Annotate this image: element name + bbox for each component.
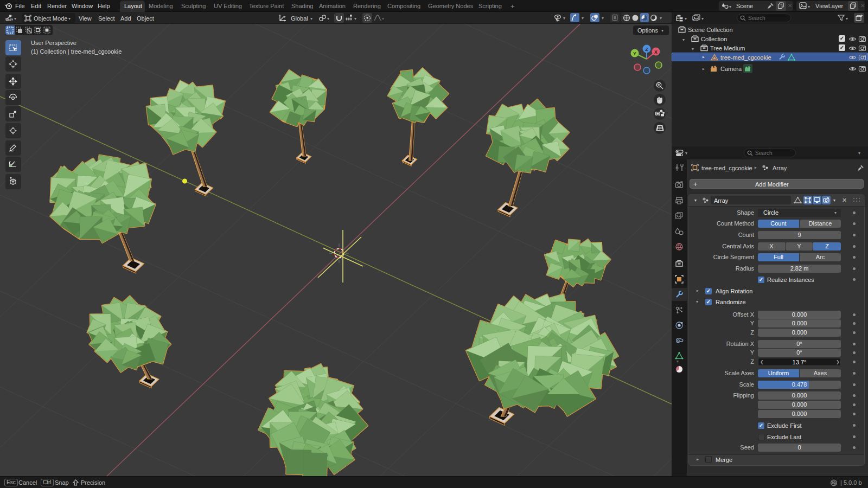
svg-text:Y: Y: [633, 51, 636, 56]
svg-text:X: X: [654, 49, 658, 55]
svg-text:Z: Z: [645, 47, 648, 52]
